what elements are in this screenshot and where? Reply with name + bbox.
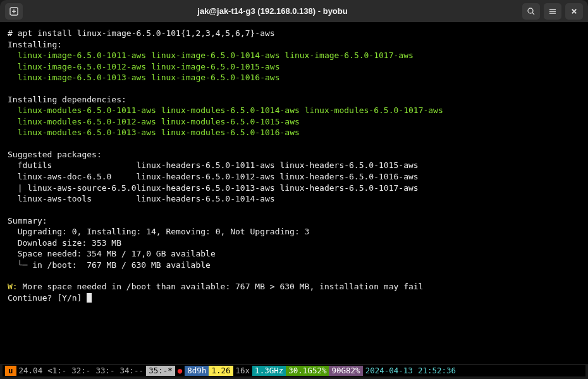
svg-point-1 — [528, 8, 533, 13]
cpu-freq: 1.3GHz — [252, 366, 286, 376]
byobu-statusbar: u 24.04 <1:- 32:- 33:- 34:-- 35:-* ● 8d9… — [3, 365, 585, 376]
cpu-cores: 16x — [233, 366, 253, 376]
uptime: 8d9h — [185, 366, 209, 376]
titlebar: jak@jak-t14-g3 (192.168.0.138) - byobu × — [0, 0, 588, 23]
disk-usage: 90G82% — [329, 366, 362, 376]
terminal-output[interactable]: # apt install linux-image-6.5.0-101{1,2,… — [0, 23, 588, 364]
load: <1:- — [45, 366, 69, 376]
memory-usage: 30.1G52% — [286, 366, 329, 376]
window-34: 34:-- — [118, 366, 147, 376]
reboot-indicator-icon: ● — [175, 366, 185, 376]
distro-badge: u — [5, 366, 16, 376]
date: 2024-04-13 — [363, 366, 415, 376]
window-title: jak@jak-t14-g3 (192.168.0.138) - byobu — [28, 6, 517, 17]
close-button[interactable]: × — [565, 3, 583, 20]
new-tab-button[interactable] — [5, 3, 23, 20]
window-32: 32:- — [69, 366, 93, 376]
window-33: 33:- — [93, 366, 117, 376]
search-button[interactable] — [522, 3, 540, 20]
version: 24.04 — [16, 366, 46, 376]
menu-button[interactable] — [544, 3, 561, 20]
window-35-active: 35:-* — [146, 366, 175, 376]
cursor — [87, 293, 92, 303]
load-average: 1.26 — [209, 366, 233, 376]
time: 21:52:36 — [415, 366, 458, 376]
